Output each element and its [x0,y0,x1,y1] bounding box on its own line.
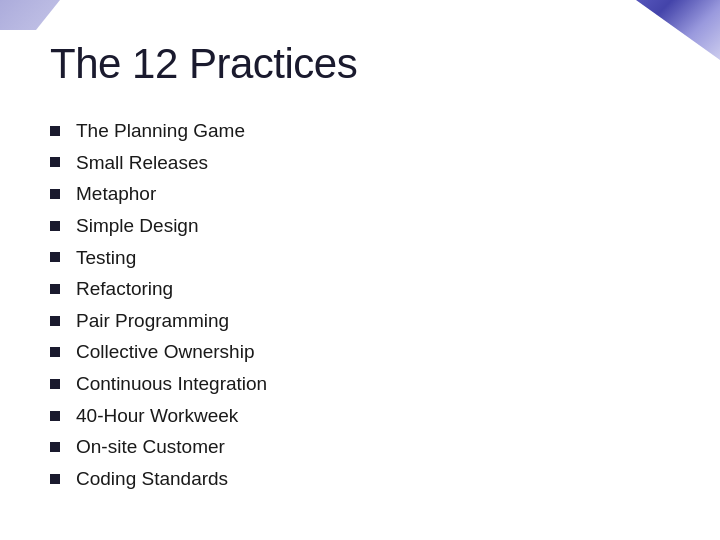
practice-label: Continuous Integration [76,371,267,397]
bullet-icon [50,316,60,326]
bullet-icon [50,126,60,136]
practice-label: Collective Ownership [76,339,254,365]
practice-list: The Planning GameSmall ReleasesMetaphorS… [50,118,670,492]
list-item: Coding Standards [50,466,670,492]
practice-label: Refactoring [76,276,173,302]
slide-title: The 12 Practices [50,40,670,88]
practice-label: 40-Hour Workweek [76,403,238,429]
bullet-icon [50,347,60,357]
list-item: On-site Customer [50,434,670,460]
list-item: Continuous Integration [50,371,670,397]
practice-label: Pair Programming [76,308,229,334]
list-item: Simple Design [50,213,670,239]
list-item: The Planning Game [50,118,670,144]
list-item: Testing [50,245,670,271]
list-item: Collective Ownership [50,339,670,365]
list-item: Pair Programming [50,308,670,334]
practice-label: On-site Customer [76,434,225,460]
bullet-icon [50,157,60,167]
practice-label: Metaphor [76,181,156,207]
bullet-icon [50,411,60,421]
bullet-icon [50,252,60,262]
bullet-icon [50,284,60,294]
practice-label: The Planning Game [76,118,245,144]
practice-label: Testing [76,245,136,271]
practice-label: Small Releases [76,150,208,176]
bullet-icon [50,221,60,231]
bullet-icon [50,474,60,484]
practice-label: Simple Design [76,213,199,239]
list-item: Metaphor [50,181,670,207]
list-item: Refactoring [50,276,670,302]
list-item: 40-Hour Workweek [50,403,670,429]
bullet-icon [50,442,60,452]
practice-label: Coding Standards [76,466,228,492]
bullet-icon [50,379,60,389]
list-item: Small Releases [50,150,670,176]
slide-container: The 12 Practices The Planning GameSmall … [0,0,720,540]
bullet-icon [50,189,60,199]
